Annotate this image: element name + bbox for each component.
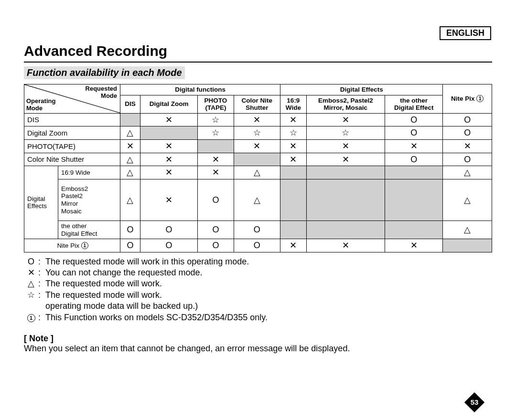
- col-other-digital-effect: the otherDigital Effect: [385, 95, 442, 113]
- diagonal-header: Requested Mode Operating Mode: [24, 84, 120, 114]
- note-heading: [ Note ]: [24, 334, 492, 344]
- note-text: When you select an item that cannot be c…: [24, 344, 492, 354]
- header-nite-pix: Nite Pix 1: [443, 84, 492, 114]
- table-row: DIS ✕ ☆ ✕ ✕ ✕ O O: [24, 113, 492, 126]
- col-dis: DIS: [120, 95, 140, 113]
- table-row: Nite Pix 1 O O O O ✕ ✕ ✕: [24, 239, 492, 252]
- table-row: Color Nite Shutter △ ✕ ✕ ✕ ✕ O O: [24, 153, 492, 166]
- col-photo-tape: PHOTO(TAPE): [198, 95, 234, 113]
- page-title: Advanced Recording: [24, 43, 492, 59]
- page-number: 53: [464, 392, 485, 413]
- title-rule: [24, 62, 492, 63]
- table-row: PHOTO(TAPE) ✕ ✕ ✕ ✕ ✕ ✕ ✕: [24, 139, 492, 153]
- section-subtitle: Function availability in each Mode: [24, 66, 185, 79]
- language-box: ENGLISH: [440, 26, 491, 40]
- col-emboss-pastel-mirror-mosaic: Emboss2, Pastel2Mirror, Mosaic: [306, 95, 385, 113]
- legend: O:The requested mode will work in this o…: [24, 256, 492, 323]
- table-row: Digital Effects 16:9 Wide △ ✕ ✕ △ △: [24, 166, 492, 179]
- col-digital-zoom: Digital Zoom: [140, 95, 197, 113]
- function-availability-table: Requested Mode Operating Mode Digital fu…: [24, 84, 492, 252]
- col-16-9-wide: 16:9Wide: [280, 95, 307, 113]
- table-row: Digital Zoom △ ☆ ☆ ☆ ☆ O O: [24, 126, 492, 140]
- table-row: Emboss2 Pastel2 Mirror Mosaic △ ✕ O △ △: [24, 179, 492, 220]
- col-color-nite-shutter: Color NiteShutter: [234, 95, 280, 113]
- table-row: the otherDigital Effect O O O O △: [24, 220, 492, 239]
- header-digital-functions: Digital functions: [120, 84, 280, 95]
- header-digital-effects: Digital Effects: [280, 84, 443, 95]
